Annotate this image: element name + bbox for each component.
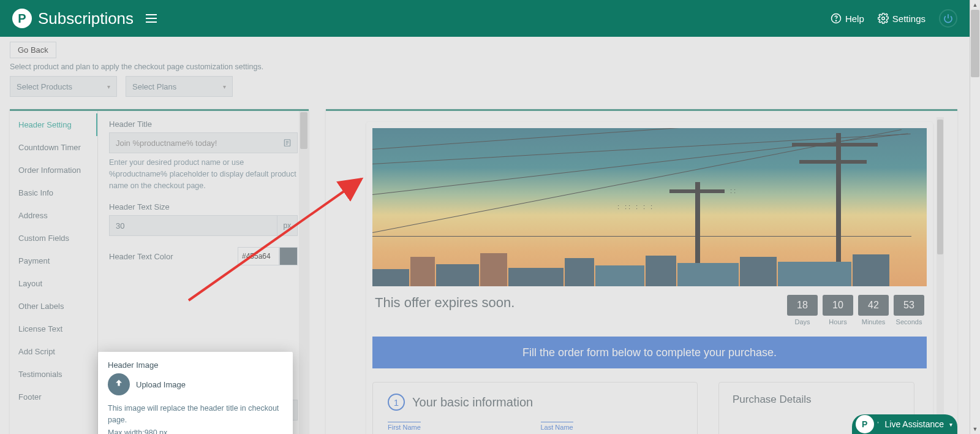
header-text-size-input[interactable]: [109, 215, 277, 236]
svg-point-1: [835, 20, 836, 21]
cd-hours: 10: [823, 295, 853, 316]
header-text-size-unit: px: [277, 215, 298, 236]
nav-add-script[interactable]: Add Script: [10, 340, 97, 363]
nav-address[interactable]: Address: [10, 204, 97, 227]
live-assistance-logo-icon: P: [856, 415, 874, 433]
insert-placeholder-icon[interactable]: [277, 132, 298, 153]
first-name-label: First Name: [388, 422, 421, 431]
header-image-card: Header Image Upload Image This image wil…: [98, 352, 293, 434]
page-subtitle: Select product and plan to apply the che…: [10, 63, 263, 71]
brand-title: Subscriptions: [38, 9, 134, 28]
preview-header-image: ׃ ׃ ׃ ׃׃ ׃ ׃׃ ׃ ׃: [372, 128, 927, 286]
help-link[interactable]: Help: [831, 13, 864, 24]
settings-nav: Header Setting Countdown Timer Order Inf…: [10, 111, 98, 434]
go-back-button[interactable]: Go Back: [10, 42, 56, 58]
preview-basic-info-section: 1 Your basic information First Name Last…: [372, 382, 698, 434]
preview-subheader-banner: Fill the order form below to complete yo…: [372, 337, 927, 368]
nav-header-setting[interactable]: Header Setting: [10, 113, 97, 136]
section-title: Your basic information: [412, 395, 533, 409]
settings-label: Settings: [892, 13, 925, 24]
nav-order-information[interactable]: Order Information: [10, 159, 97, 181]
menu-toggle-icon[interactable]: [146, 14, 157, 23]
purchase-details-title: Purchase Details: [733, 394, 900, 406]
help-icon: [831, 13, 842, 24]
header-text-size-label: Header Text Size: [109, 202, 298, 211]
live-assistance-label: Live Assistance: [885, 419, 944, 429]
live-assistance-pill[interactable]: P ' Live Assistance: [852, 414, 957, 434]
upload-image-button[interactable]: Upload Image: [108, 373, 283, 395]
top-bar: P Subscriptions Help Settings: [0, 0, 970, 37]
logout-button[interactable]: [939, 9, 957, 28]
power-icon: [943, 13, 953, 23]
section-number: 1: [388, 394, 405, 411]
nav-payment[interactable]: Payment: [10, 249, 97, 272]
preview-scrollbar[interactable]: [937, 117, 944, 434]
select-products-dropdown[interactable]: Select Products: [10, 76, 117, 97]
nav-other-labels[interactable]: Other Labels: [10, 295, 97, 318]
upload-image-label: Upload Image: [136, 380, 186, 389]
gear-icon: [878, 13, 889, 24]
nav-license-text[interactable]: License Text: [10, 318, 97, 340]
preview-card: ׃ ׃ ׃ ׃׃ ׃ ׃׃ ׃ ׃: [366, 122, 933, 434]
cd-seconds: 53: [894, 295, 924, 316]
header-image-label: Header Image: [108, 360, 283, 370]
nav-testimonials[interactable]: Testimonials: [10, 363, 97, 386]
svg-point-2: [882, 17, 885, 20]
nav-custom-fields[interactable]: Custom Fields: [10, 227, 97, 249]
nav-countdown-timer[interactable]: Countdown Timer: [10, 136, 97, 159]
header-image-maxwidth: Max width:980 px: [108, 427, 283, 435]
upload-icon: [108, 373, 130, 395]
header-title-input[interactable]: [109, 132, 298, 153]
brand-logo-icon: P: [12, 9, 32, 28]
cd-days: 18: [787, 295, 818, 316]
last-name-label: Last Name: [541, 422, 573, 431]
preview-countdown: 18Days 10Hours 42Minutes 53Seconds: [787, 295, 924, 326]
settings-scrollbar[interactable]: [299, 111, 309, 434]
nav-footer[interactable]: Footer: [10, 386, 97, 408]
header-title-label: Header Title: [109, 120, 298, 129]
cd-minutes: 42: [858, 295, 889, 316]
nav-layout[interactable]: Layout: [10, 272, 97, 295]
preview-panel: ׃ ׃ ׃ ׃׃ ׃ ׃׃ ׃ ׃: [326, 109, 957, 434]
settings-link[interactable]: Settings: [878, 13, 925, 24]
window-scrollbar[interactable]: ▲ ▼: [970, 0, 980, 434]
brand: P Subscriptions: [12, 9, 134, 28]
header-title-help: Enter your desired product name or use %…: [109, 157, 298, 191]
header-text-color-label: Header Text Color: [109, 252, 232, 261]
help-label: Help: [845, 13, 864, 24]
header-text-color-swatch[interactable]: [279, 247, 298, 265]
select-plans-dropdown[interactable]: Select Plans: [126, 76, 233, 97]
preview-offer-text: This offer expires soon.: [375, 295, 514, 311]
header-image-help: This image will replace the header title…: [108, 403, 283, 426]
nav-basic-info[interactable]: Basic Info: [10, 181, 97, 204]
header-text-color-input[interactable]: [238, 247, 279, 265]
